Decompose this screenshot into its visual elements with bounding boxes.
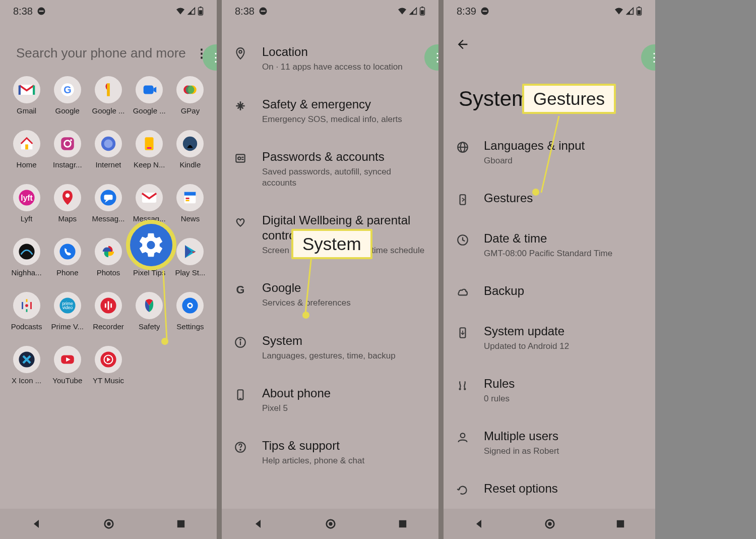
- app-settings[interactable]: Settings: [170, 292, 211, 331]
- app-netgear[interactable]: Nighha...: [6, 238, 47, 277]
- wellbeing-icon: [233, 215, 248, 229]
- app-label: Google ...: [92, 106, 124, 115]
- app-label: Home: [17, 160, 37, 169]
- app-instagram[interactable]: Instagr...: [47, 130, 88, 169]
- app-label: Play St...: [175, 268, 205, 277]
- screen-app-drawer: 8:38 Search your phone and more ⋮ ⋮ Gmai…: [0, 0, 217, 539]
- setting-subtitle: On · 11 apps have access to location: [262, 62, 403, 73]
- screen-divider: [438, 0, 444, 539]
- app-xicon[interactable]: X Icon ...: [6, 346, 47, 385]
- svg-rect-3: [200, 7, 202, 8]
- app-youtube[interactable]: YouTube: [47, 346, 88, 385]
- setting-cloud[interactable]: Backup: [444, 271, 655, 312]
- app-home[interactable]: Home: [6, 130, 47, 169]
- svg-rect-78: [482, 11, 487, 12]
- app-podcasts[interactable]: Podcasts: [6, 292, 47, 331]
- nav-back-icon[interactable]: [31, 519, 41, 529]
- nav-home-icon[interactable]: [325, 518, 336, 529]
- svg-point-20: [183, 137, 197, 151]
- setting-clock[interactable]: Date & time GMT-08:00 Pacific Standard T…: [444, 219, 655, 271]
- setting-title: Gestures: [484, 191, 533, 206]
- person-icon: [456, 431, 470, 445]
- svg-rect-30: [186, 200, 190, 201]
- app-gmail[interactable]: Gmail: [6, 76, 47, 115]
- callout-label: Gestures: [533, 89, 605, 108]
- app-recorder[interactable]: Recorder: [88, 292, 129, 331]
- svg-rect-19: [147, 147, 152, 149]
- app-label: Nighha...: [12, 268, 42, 277]
- setting-location[interactable]: Location On · 11 apps have access to loc…: [222, 32, 438, 85]
- setting-subtitle: Saved passwords, autofill, synced accoun…: [262, 166, 426, 189]
- setting-google-g[interactable]: G Google Services & preferences: [222, 268, 438, 321]
- highlight-settings-gear-icon: [130, 224, 172, 266]
- setting-update[interactable]: System update Updated to Android 12: [444, 312, 655, 364]
- phone-device-icon: [233, 388, 248, 402]
- app-label: Maps: [58, 214, 77, 223]
- app-label: YT Music: [93, 376, 124, 385]
- recorder-icon: [95, 292, 122, 319]
- svg-rect-25: [104, 195, 112, 200]
- app-photos[interactable]: Photos: [88, 238, 129, 277]
- nav-recents-icon[interactable]: [176, 519, 185, 528]
- app-phone[interactable]: Phone: [47, 238, 88, 277]
- screen-divider: [217, 0, 222, 539]
- nav-home-icon[interactable]: [544, 518, 555, 529]
- setting-account[interactable]: Passwords & accounts Saved passwords, au…: [222, 137, 438, 201]
- app-gmail2[interactable]: Messag...: [129, 184, 170, 223]
- app-grid: GmailG Google Google ... Google ... GPay…: [0, 61, 217, 385]
- screen-settings-system: 8:39 ⋮ System Languages & input Gboard G…: [444, 0, 655, 539]
- setting-gesture[interactable]: Gestures: [444, 178, 655, 219]
- svg-point-90: [461, 434, 465, 438]
- app-internet[interactable]: Internet: [88, 130, 129, 169]
- app-ytmusic[interactable]: YT Music: [88, 346, 129, 385]
- google-g-icon: G: [233, 282, 248, 296]
- setting-info[interactable]: System Languages, gestures, time, backup: [222, 321, 438, 374]
- location-icon: [233, 46, 248, 61]
- netgear-icon: [13, 238, 40, 265]
- app-gpay[interactable]: GPay: [170, 76, 211, 115]
- app-messages[interactable]: Messag...: [88, 184, 129, 223]
- lyft-icon: lyft: [13, 184, 40, 211]
- app-maps[interactable]: Maps: [47, 184, 88, 223]
- app-news[interactable]: News: [170, 184, 211, 223]
- battery-icon: [198, 7, 204, 16]
- svg-text:video: video: [62, 305, 73, 310]
- setting-medical[interactable]: Safety & emergency Emergency SOS, medica…: [222, 85, 438, 137]
- nav-bar: [222, 509, 438, 539]
- account-icon: [233, 151, 248, 165]
- setting-help[interactable]: Tips & support Help articles, phone & ch…: [222, 426, 438, 478]
- setting-person[interactable]: Multiple users Signed in as Robert: [444, 416, 655, 469]
- signal-icon: [409, 7, 417, 15]
- gmail-icon: [13, 76, 40, 103]
- search-row[interactable]: Search your phone and more ⋮: [0, 22, 217, 61]
- setting-subtitle: Help articles, phone & chat: [262, 455, 364, 466]
- setting-phone-device[interactable]: About phone Pixel 5: [222, 374, 438, 426]
- setting-reset[interactable]: Reset options: [444, 469, 655, 509]
- back-button[interactable]: [444, 22, 655, 51]
- setting-rules[interactable]: Rules 0 rules: [444, 364, 655, 416]
- battery-icon: [636, 7, 642, 16]
- signal-icon: [626, 7, 634, 15]
- nav-back-icon[interactable]: [253, 519, 263, 529]
- setting-title: Rules: [484, 376, 515, 391]
- app-prime[interactable]: primevideo Prime V...: [47, 292, 88, 331]
- nav-recents-icon[interactable]: [398, 519, 407, 528]
- app-googleduo[interactable]: Google ...: [129, 76, 170, 115]
- app-googleone[interactable]: Google ...: [88, 76, 129, 115]
- app-keep[interactable]: Keep N...: [129, 130, 170, 169]
- svg-rect-40: [30, 302, 32, 309]
- phone-icon: [54, 238, 81, 265]
- nav-recents-icon[interactable]: [616, 519, 625, 528]
- app-label: Internet: [96, 160, 121, 169]
- app-kindle[interactable]: Kindle: [170, 130, 211, 169]
- setting-subtitle: Languages, gestures, time, backup: [262, 350, 396, 362]
- svg-rect-8: [144, 86, 154, 94]
- callout-dot: [532, 189, 539, 196]
- nav-back-icon[interactable]: [474, 519, 484, 529]
- app-lyft[interactable]: lyft Lyft: [6, 184, 47, 223]
- home-icon: [13, 130, 40, 157]
- svg-rect-29: [186, 198, 190, 199]
- svg-rect-12: [25, 144, 28, 149]
- nav-home-icon[interactable]: [103, 518, 114, 529]
- app-google[interactable]: G Google: [47, 76, 88, 115]
